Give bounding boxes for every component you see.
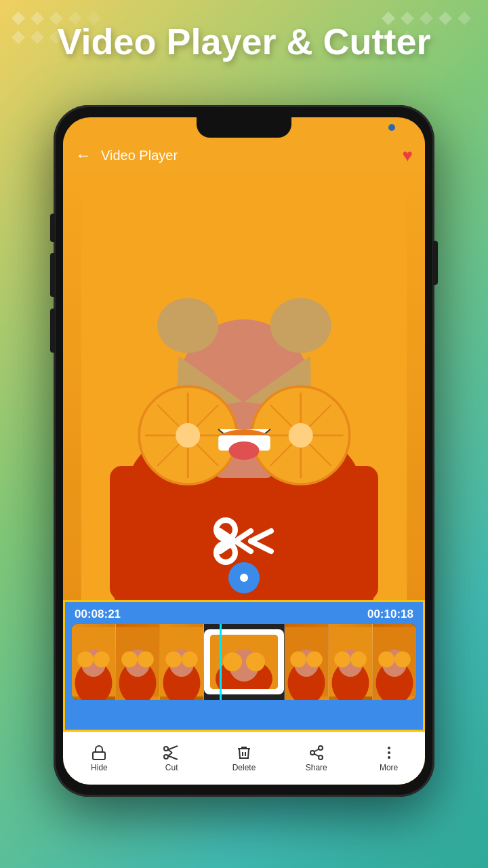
- lock-icon: [91, 745, 107, 761]
- svg-point-60: [350, 651, 367, 667]
- svg-point-55: [306, 651, 323, 667]
- nav-more-label: More: [380, 763, 398, 772]
- svg-point-34: [77, 651, 94, 667]
- svg-point-68: [164, 755, 168, 759]
- nav-share-label: Share: [306, 763, 327, 772]
- svg-line-71: [168, 750, 172, 753]
- svg-line-77: [314, 749, 319, 752]
- svg-point-5: [157, 298, 218, 353]
- svg-point-22: [289, 423, 313, 448]
- svg-line-30: [251, 541, 271, 551]
- svg-point-54: [290, 651, 306, 667]
- nav-cut-label: Cut: [165, 763, 178, 772]
- nav-item-hide[interactable]: Hide: [63, 745, 136, 772]
- svg-line-69: [168, 746, 178, 750]
- svg-rect-66: [93, 752, 105, 760]
- phone-mockup: ← Video Player ♥: [54, 105, 434, 797]
- svg-point-35: [94, 651, 110, 667]
- bottom-nav: Hide Cut: [63, 732, 425, 785]
- svg-point-80: [388, 756, 390, 759]
- svg-point-50: [246, 652, 265, 671]
- header-title: Video Player: [101, 148, 403, 163]
- svg-line-76: [314, 754, 319, 757]
- svg-point-64: [378, 651, 394, 667]
- timeline-start-time: 00:08:21: [75, 608, 121, 621]
- nav-item-cut[interactable]: Cut: [136, 745, 208, 772]
- svg-point-6: [270, 298, 331, 353]
- share-icon: [308, 745, 325, 761]
- timeline-bar[interactable]: 00:08:21 00:10:18: [63, 600, 425, 732]
- trash-icon: [236, 745, 252, 761]
- svg-point-40: [138, 651, 154, 667]
- svg-line-72: [168, 753, 172, 756]
- svg-line-70: [168, 756, 178, 760]
- cut-icon: [163, 745, 180, 761]
- svg-point-24: [229, 441, 260, 460]
- app-header: ← Video Player ♥: [63, 138, 425, 173]
- svg-point-15: [176, 423, 200, 448]
- svg-point-73: [319, 746, 323, 750]
- back-button[interactable]: ←: [75, 146, 92, 165]
- scissors-overlay: [214, 517, 274, 593]
- svg-point-45: [182, 651, 198, 667]
- svg-point-65: [394, 651, 411, 667]
- nav-hide-label: Hide: [91, 763, 108, 772]
- svg-point-44: [165, 651, 182, 667]
- timeline-playhead: [220, 624, 222, 700]
- svg-point-67: [164, 747, 168, 751]
- phone-screen: ← Video Player ♥: [63, 117, 425, 785]
- nav-item-share[interactable]: Share: [280, 745, 352, 772]
- svg-point-59: [334, 651, 350, 667]
- svg-point-74: [310, 751, 314, 755]
- svg-point-49: [223, 652, 242, 671]
- svg-point-75: [319, 755, 323, 760]
- timeline-end-time: 00:10:18: [367, 608, 413, 621]
- timeline-thumbnails: [72, 624, 416, 700]
- favorite-button[interactable]: ♥: [403, 145, 413, 166]
- more-icon: [381, 745, 397, 761]
- app-title: Video Player & Cutter: [0, 22, 488, 62]
- nav-item-more[interactable]: More: [352, 745, 425, 772]
- svg-line-29: [251, 531, 271, 541]
- scissors-icon: [214, 517, 274, 565]
- svg-point-79: [388, 751, 390, 754]
- svg-point-39: [121, 651, 138, 667]
- nav-item-delete[interactable]: Delete: [208, 745, 281, 772]
- nav-delete-label: Delete: [232, 763, 256, 772]
- svg-point-78: [388, 747, 390, 749]
